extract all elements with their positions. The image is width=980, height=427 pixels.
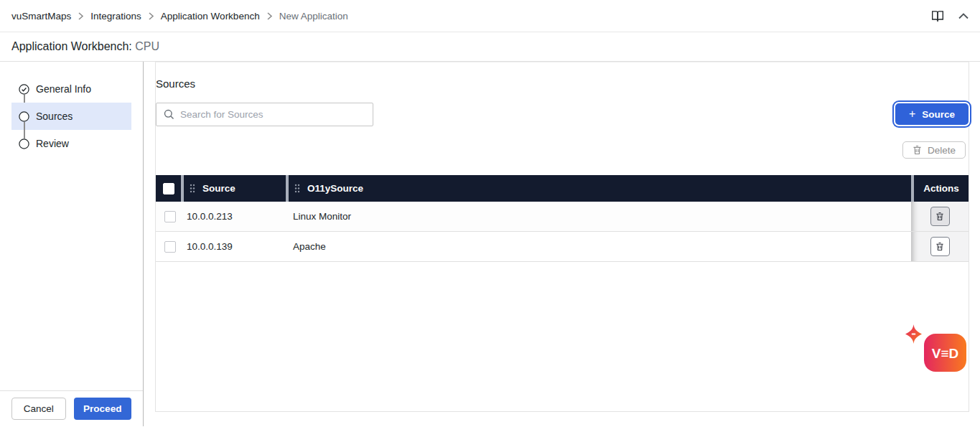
trash-icon [913, 145, 922, 155]
sources-heading: Sources [156, 78, 195, 90]
drag-handle-icon[interactable] [294, 184, 300, 193]
sources-table: Source O11ySource Actions [156, 175, 969, 262]
step-sources[interactable]: Sources [11, 103, 131, 130]
page-title: Application Workbench: CPU [11, 40, 159, 53]
breadcrumb-item-new-application: New Application [279, 11, 348, 22]
delete-label: Delete [928, 145, 956, 156]
cell-o11ysource: Linux Monitor [289, 202, 911, 231]
delete-button[interactable]: Delete [902, 141, 966, 159]
cell-actions [911, 202, 969, 231]
main-area: Sources + Source Delete [144, 62, 980, 426]
drag-handle-icon[interactable] [190, 184, 195, 193]
chevron-right-icon [148, 12, 154, 20]
row-checkbox[interactable] [164, 241, 176, 253]
cell-source: 10.0.0.139 [184, 232, 289, 261]
page-title-prefix: Application Workbench: [11, 40, 132, 52]
column-header-label: O11ySource [307, 183, 363, 194]
row-checkbox-cell [156, 202, 184, 231]
column-header-label: Actions [923, 183, 959, 194]
column-header-o11ysource[interactable]: O11ySource [289, 175, 911, 202]
app-root: vuSmartMaps Integrations Application Wor… [0, 0, 980, 426]
row-delete-button[interactable] [930, 237, 950, 256]
table-header-row: Source O11ySource Actions [156, 175, 969, 202]
row-delete-button[interactable] [930, 207, 950, 226]
table-row: 10.0.0.139 Apache [156, 232, 969, 262]
cell-actions [911, 232, 969, 261]
step-label: Review [36, 138, 69, 149]
step-circle-icon [19, 139, 29, 149]
row-checkbox-cell [156, 232, 184, 261]
title-bar: Application Workbench: CPU [0, 32, 980, 62]
add-source-label: Source [922, 109, 955, 120]
docs-book-icon[interactable] [931, 9, 944, 22]
select-all-checkbox[interactable] [163, 183, 174, 194]
column-header-label: Source [202, 183, 235, 194]
cell-o11ysource: Apache [289, 232, 911, 261]
table-row: 10.0.0.213 Linux Monitor [156, 202, 969, 232]
column-header-source[interactable]: Source [184, 175, 286, 202]
page-title-value: CPU [135, 40, 159, 52]
add-source-button[interactable]: + Source [894, 102, 970, 126]
search-box [156, 103, 373, 126]
step-label: General Info [36, 83, 91, 95]
column-header-actions: Actions [914, 175, 969, 202]
chevron-right-icon [78, 12, 84, 20]
breadcrumb-item-application-workbench[interactable]: Application Workbench [161, 11, 260, 22]
breadcrumb-item-integrations[interactable]: Integrations [90, 11, 141, 22]
table-header-checkbox-cell [156, 175, 181, 202]
step-circle-icon [19, 111, 29, 122]
step-label: Sources [36, 111, 73, 122]
cancel-button[interactable]: Cancel [11, 398, 66, 420]
search-input[interactable] [180, 109, 365, 120]
search-icon [164, 109, 174, 120]
row-checkbox[interactable] [164, 211, 176, 222]
collapse-chevron-up-icon[interactable] [958, 13, 969, 19]
chevron-right-icon [266, 12, 273, 20]
stepper-sidebar: General Info Sources Review Cancel [0, 62, 144, 426]
breadcrumb-item-vusmartmaps[interactable]: vuSmartMaps [11, 11, 71, 22]
sources-panel: Sources + Source Delete [155, 62, 969, 412]
breadcrumb: vuSmartMaps Integrations Application Wor… [11, 11, 348, 22]
breadcrumb-bar: vuSmartMaps Integrations Application Wor… [0, 0, 980, 32]
step-review[interactable]: Review [11, 130, 131, 157]
content-area: General Info Sources Review Cancel [0, 62, 980, 426]
cell-source: 10.0.0.213 [184, 202, 289, 231]
proceed-button[interactable]: Proceed [74, 398, 131, 420]
wizard-footer: Cancel Proceed [0, 390, 143, 426]
plus-icon: + [909, 108, 915, 120]
topbar-icons [931, 9, 969, 22]
stepper: General Info Sources Review [0, 62, 143, 157]
step-general-info[interactable]: General Info [11, 75, 131, 103]
step-complete-icon [19, 84, 29, 95]
